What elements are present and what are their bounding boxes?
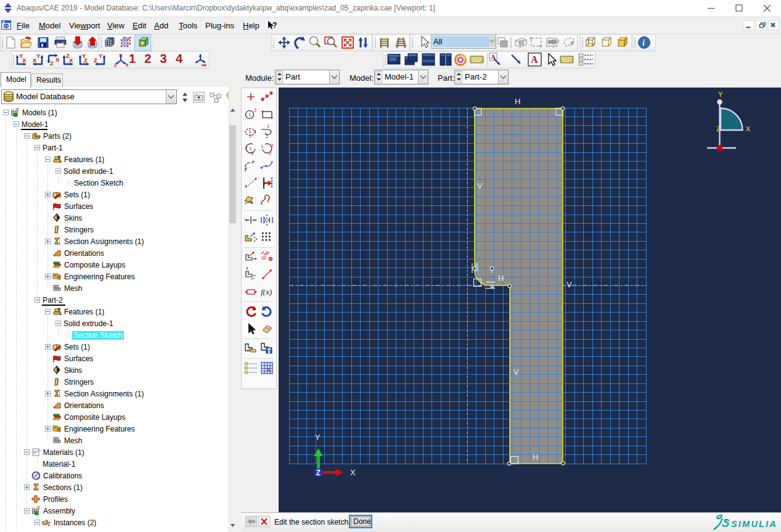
- svg-text:X: X: [55, 56, 60, 63]
- svg-text:V: V: [477, 181, 483, 190]
- svg-text:V: V: [513, 367, 519, 377]
- svg-text:Z: Z: [50, 60, 54, 67]
- svg-text:X: X: [746, 125, 751, 133]
- svg-text:1: 1: [248, 112, 251, 118]
- svg-text:SIMULIA: SIMULIA: [731, 519, 777, 529]
- svg-text:i: i: [642, 38, 645, 47]
- svg-text:?: ?: [272, 21, 277, 30]
- svg-text:Z: Z: [114, 62, 117, 67]
- svg-text:3: 3: [251, 150, 254, 156]
- svg-text:X: X: [350, 468, 356, 477]
- svg-text:2: 2: [254, 107, 257, 113]
- svg-text:Y: Y: [315, 433, 321, 442]
- svg-text:H: H: [515, 97, 520, 106]
- svg-text:Y: Y: [36, 52, 41, 59]
- svg-text:2: 2: [266, 134, 269, 139]
- svg-text:Z: Z: [316, 469, 321, 477]
- svg-text:2: 2: [249, 133, 252, 139]
- svg-text:Y: Y: [99, 52, 103, 59]
- svg-text:2: 2: [269, 150, 272, 156]
- svg-text:H: H: [498, 274, 504, 283]
- svg-text:Z: Z: [84, 57, 88, 63]
- svg-text:Z: Z: [716, 125, 721, 133]
- svg-text:X: X: [69, 57, 73, 63]
- svg-text:X: X: [22, 57, 27, 63]
- svg-text:H: H: [533, 452, 538, 462]
- svg-text:3: 3: [253, 129, 256, 134]
- svg-text:Z: Z: [94, 57, 97, 63]
- svg-text:1: 1: [261, 144, 264, 149]
- svg-text:2: 2: [245, 145, 248, 150]
- svg-text:V: V: [566, 280, 572, 289]
- svg-text:3: 3: [271, 142, 274, 148]
- svg-text:X: X: [126, 62, 128, 67]
- svg-text:1: 1: [267, 123, 270, 129]
- svg-text:f(x): f(x): [261, 287, 272, 297]
- svg-text:Y: Y: [119, 53, 123, 59]
- svg-text:Y: Y: [718, 91, 723, 98]
- svg-text:A: A: [531, 54, 538, 65]
- svg-text:X: X: [33, 57, 37, 63]
